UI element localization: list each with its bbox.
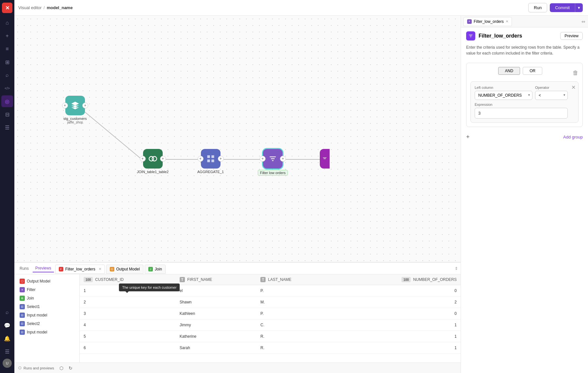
cell-customer-id: 4: [80, 319, 176, 331]
commit-button[interactable]: Commit: [550, 3, 575, 12]
add-condition-plus-icon: +: [466, 134, 470, 140]
sidebar-icon-search[interactable]: ⌕: [1, 69, 13, 81]
canvas-area[interactable]: + + stg_customers jaffle_shop +: [14, 16, 461, 262]
sidebar-icon-docs[interactable]: ☰: [1, 122, 13, 133]
left-column-select[interactable]: NUMBER_OF_ORDERS CUSTOMER_ID FIRST_NAME …: [475, 91, 532, 100]
col-num-orders: 100 NUMBER_OF_ORDERS: [334, 274, 461, 285]
commit-dropdown-button[interactable]: ▾: [575, 3, 583, 12]
preview-item-select1-label: Select1: [27, 304, 40, 309]
cell-num-orders: 0: [334, 308, 461, 319]
preview-item-select2[interactable]: ⊟ Select2: [17, 319, 77, 328]
preview-button[interactable]: Preview: [560, 32, 583, 40]
svg-rect-7: [211, 155, 214, 158]
runs-previews-link[interactable]: ⬡ Runs and previews: [18, 366, 54, 370]
preview-item-join[interactable]: ⊕ Join: [17, 294, 77, 302]
node-stg-customers[interactable]: + + stg_customers jaffle_shop: [63, 96, 87, 124]
sidebar-icon-search-bottom[interactable]: ⌕: [1, 306, 13, 318]
node-aggregate-add-left[interactable]: +: [198, 156, 204, 162]
node-partial-right[interactable]: [320, 149, 330, 169]
filter-footer: + Add group: [461, 134, 588, 140]
cell-customer-id: 5: [80, 331, 176, 342]
breadcrumb-visual-editor[interactable]: Visual editor: [18, 5, 41, 10]
cell-first-name: el: [176, 285, 256, 297]
sidebar-icon-filter[interactable]: ◎: [1, 95, 13, 107]
user-avatar[interactable]: U: [3, 359, 12, 368]
node-filter-add-right[interactable]: +: [280, 156, 286, 162]
sidebar-icon-bookmark[interactable]: ☰: [1, 346, 13, 357]
preview-tab-join[interactable]: J Join: [145, 265, 166, 274]
top-bar: Visual editor / model_name Run Commit ▾: [14, 0, 588, 16]
panel-tab-close[interactable]: ✕: [506, 20, 508, 23]
tab-runs[interactable]: Runs: [17, 265, 31, 272]
breadcrumb-model-name[interactable]: model_name: [47, 5, 73, 10]
footer-icon-3[interactable]: ↻: [69, 365, 73, 371]
table-area: The unique key for each customer 100 CUS…: [80, 274, 461, 363]
node-add-right[interactable]: +: [82, 103, 88, 108]
preview-item-output-model[interactable]: ⬡ Output Model: [17, 277, 77, 285]
cell-num-orders: 1: [334, 319, 461, 331]
delete-filter-group-button[interactable]: 🗑: [573, 70, 579, 76]
run-button[interactable]: Run: [528, 3, 547, 12]
footer-icon-2[interactable]: ⬡: [59, 365, 63, 371]
preview-sidebar: ⬡ Output Model ≡ Filter ⊕ Join: [14, 274, 80, 363]
filter-condition: ✕ Left column NUMBER_OF_ORDERS CUSTOMER_…: [470, 81, 579, 123]
add-condition-button[interactable]: +: [466, 134, 470, 140]
preview-item-select1-icon: ⊟: [20, 304, 25, 309]
preview-item-input1-label: Input model: [27, 313, 47, 317]
cell-first-name: Shawn: [176, 297, 256, 308]
close-condition-button[interactable]: ✕: [571, 84, 576, 90]
app-logo[interactable]: ✕: [2, 3, 12, 13]
node-aggregate[interactable]: + + AGGREGATE_1: [197, 149, 224, 174]
filter-group-header: AND OR 🗑: [470, 67, 579, 79]
sidebar-icon-add[interactable]: +: [1, 30, 13, 42]
add-group-button[interactable]: Add group: [563, 135, 583, 139]
preview-tab-filter-close[interactable]: ✕: [99, 267, 101, 271]
sidebar-icon-grid[interactable]: ⊞: [1, 56, 13, 68]
cell-num-orders: 2: [334, 297, 461, 308]
bottom-panel-expand[interactable]: ⇕: [455, 266, 458, 271]
left-column-label: Left column: [475, 86, 532, 89]
node-join[interactable]: + + JOIN_table1_table2: [137, 149, 169, 174]
preview-item-input-model-1[interactable]: ⊟ Input model: [17, 311, 77, 319]
table-row: 2 Shawn M. 2: [80, 297, 461, 308]
cell-last-name: P.: [256, 285, 334, 297]
operator-select[interactable]: < > = <= >= !=: [535, 91, 568, 100]
preview-item-filter[interactable]: ≡ Filter: [17, 285, 77, 294]
panel-title-row: Filter_low_orders Preview: [461, 27, 588, 44]
breadcrumb-separator: /: [43, 5, 45, 10]
panel-node-icon: [466, 31, 475, 41]
tab-previews[interactable]: Previews: [33, 265, 54, 272]
cell-customer-id: 3: [80, 308, 176, 319]
node-join-add-left[interactable]: +: [140, 156, 146, 162]
node-filter-low-orders[interactable]: + + Filter low orders: [258, 149, 288, 176]
cell-customer-id: 6: [80, 342, 176, 354]
preview-item-input-model-2[interactable]: ⊟ Input model: [17, 328, 77, 336]
sidebar-icon-notification[interactable]: 🔔: [1, 332, 13, 344]
bottom-tab-bar: Runs Previews F Filter_low_orders ✕ O Ou…: [14, 263, 461, 274]
cell-last-name: P.: [256, 308, 334, 319]
sidebar-icon-code[interactable]: </>: [1, 82, 13, 94]
panel-expand-icon[interactable]: ⇔: [581, 19, 585, 24]
preview-tab-output-model[interactable]: O Output Model: [106, 265, 143, 274]
logic-buttons: AND OR: [470, 67, 570, 75]
table-row: 5 Katherine R. 1: [80, 331, 461, 342]
node-add-left[interactable]: +: [62, 103, 68, 108]
preview-item-select2-icon: ⊟: [20, 321, 25, 326]
panel-tab-filter[interactable]: ≡ Filter_low_orders ✕: [464, 17, 512, 26]
tooltip-text: The unique key for each customer: [122, 285, 176, 289]
sidebar-icon-menu[interactable]: ≡: [1, 43, 13, 55]
node-aggregate-add-right[interactable]: +: [218, 156, 224, 162]
footer-node-icon: ⬡: [59, 365, 63, 371]
and-button[interactable]: AND: [498, 67, 520, 75]
expression-input[interactable]: [475, 108, 568, 119]
sidebar-icon-table[interactable]: ⊟: [1, 108, 13, 120]
or-button[interactable]: OR: [523, 67, 542, 75]
sidebar-icon-home[interactable]: ⌂: [1, 17, 13, 29]
node-join-add-right[interactable]: +: [160, 156, 166, 162]
node-partial-icon: [320, 149, 330, 169]
preview-tab-filter-low-orders[interactable]: F Filter_low_orders ✕: [55, 265, 105, 274]
operator-wrap: Operator < > = <= >= !=: [535, 86, 568, 100]
node-filter-add-left[interactable]: +: [260, 156, 266, 162]
sidebar-icon-chat[interactable]: 💬: [1, 319, 13, 331]
preview-item-select1[interactable]: ⊟ Select1: [17, 302, 77, 311]
